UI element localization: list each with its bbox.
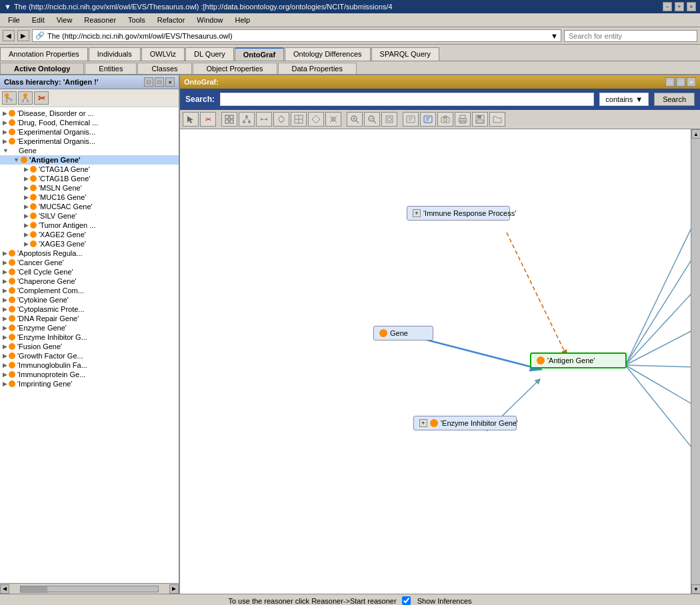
scroll-thumb[interactable] <box>21 586 47 593</box>
graph-tool-edit[interactable]: ✂ <box>200 112 216 127</box>
graph-tool-layout4[interactable] <box>291 112 307 127</box>
graph-tool-save[interactable] <box>472 112 488 127</box>
search-button[interactable]: Search <box>654 93 695 106</box>
graph-tool-camera[interactable] <box>437 112 453 127</box>
graph-scroll-track[interactable] <box>691 139 700 584</box>
node-gene[interactable]: Gene <box>373 326 433 340</box>
tree-item[interactable]: ▶'Cytoplasmic Prote... <box>0 304 179 314</box>
graph-tool-layout5[interactable] <box>308 112 324 127</box>
tab-classes[interactable]: Classes <box>137 63 191 74</box>
graph-canvas[interactable]: + 'Immune Response Process' Gene 'Antige… <box>180 129 700 594</box>
back-button[interactable]: ◀ <box>3 30 15 41</box>
tab-annotation-properties[interactable]: Annotation Properties <box>0 47 88 61</box>
scroll-right-btn[interactable]: ▶ <box>169 584 179 594</box>
menu-file[interactable]: File <box>3 15 25 25</box>
tree-item[interactable]: ▶'Drug, Food, Chemical ... <box>0 118 179 127</box>
graph-tool-prop2[interactable] <box>420 112 436 127</box>
tree-item[interactable]: ▼'Antigen Gene' <box>0 155 179 165</box>
address-dropdown-arrow[interactable]: ▼ <box>551 32 558 40</box>
graph-tool-print[interactable] <box>455 112 471 127</box>
tree-item[interactable]: ▶'Imprinting Gene' <box>0 379 179 388</box>
tree-item[interactable]: ▶'Cell Cycle Gene' <box>0 267 179 277</box>
address-bar[interactable]: 🔗 The (http://ncicb.nci.nih.gov/xml/owl/… <box>32 29 561 42</box>
scroll-left-btn[interactable]: ◀ <box>0 584 9 594</box>
tree-item[interactable]: ▶'Disease, Disorder or ... <box>0 109 179 118</box>
entity-search-input[interactable] <box>564 30 697 42</box>
tab-object-properties[interactable]: Object Properties <box>193 63 277 74</box>
forward-button[interactable]: ▶ <box>17 30 29 41</box>
tab-active-ontology[interactable]: Active Ontology <box>0 63 84 74</box>
tree-item[interactable]: ▶'Complement Com... <box>0 286 179 295</box>
tree-item[interactable]: ▶'Cytokine Gene' <box>0 295 179 304</box>
left-panel-ctrl-3[interactable]: × <box>165 77 175 87</box>
left-panel-ctrl-2[interactable]: □ <box>155 77 164 87</box>
graph-tool-layout1[interactable] <box>239 112 255 127</box>
show-inferences-checkbox[interactable] <box>402 596 411 605</box>
tab-dl-query[interactable]: DL Query <box>185 47 234 61</box>
graph-tool-folder[interactable] <box>489 112 505 127</box>
graph-tool-prop1[interactable] <box>403 112 419 127</box>
tab-sparql-query[interactable]: SPARQL Query <box>371 47 439 61</box>
tab-data-properties[interactable]: Data Properties <box>278 63 357 74</box>
tree-item[interactable]: ▶'Cancer Gene' <box>0 258 179 267</box>
expand-enzyme-icon[interactable]: + <box>419 419 427 427</box>
close-button[interactable]: × <box>687 2 696 11</box>
tree-item[interactable]: ▶'Enzyme Inhibitor G... <box>0 332 179 342</box>
scroll-track[interactable] <box>20 586 159 592</box>
menu-tools[interactable]: Tools <box>123 15 151 25</box>
tree-area[interactable]: ▶'Disease, Disorder or ...▶'Drug, Food, … <box>0 107 179 583</box>
tab-entities[interactable]: Entities <box>85 63 137 74</box>
tree-item[interactable]: ▶'SILV Gene' <box>0 211 179 221</box>
graph-tool-layout6[interactable] <box>325 112 341 127</box>
tree-item[interactable]: ▶'Experimental Organis... <box>0 137 179 146</box>
tree-item[interactable]: ▶'Immunoprotein Ge... <box>0 370 179 379</box>
tree-item[interactable]: ▶'Enzyme Gene' <box>0 323 179 332</box>
tree-item[interactable]: ▶'MSLN Gene' <box>0 183 179 193</box>
right-panel-ctrl-2[interactable]: □ <box>676 77 685 87</box>
node-enzyme-inhibitor[interactable]: + 'Enzyme Inhibitor Gene' <box>413 416 517 430</box>
tree-item[interactable]: ▼Gene <box>0 146 179 155</box>
tree-scrollbar-bottom[interactable]: ◀ ▶ <box>0 583 179 594</box>
tab-ontology-differences[interactable]: Ontology Differences <box>285 47 371 61</box>
node-immune-response[interactable]: + 'Immune Response Process' <box>407 206 510 221</box>
tree-item[interactable]: ▶'DNA Repair Gene' <box>0 314 179 323</box>
right-panel-ctrl-3[interactable]: × <box>687 77 696 87</box>
menu-refactor[interactable]: Refactor <box>152 15 191 25</box>
menu-help[interactable]: Help <box>229 15 255 25</box>
right-panel-ctrl-1[interactable]: □ <box>665 77 675 87</box>
minimize-button[interactable]: − <box>663 2 672 11</box>
hierarchy-tool-3[interactable]: ✂ <box>34 91 49 105</box>
tree-item[interactable]: ▶'Apoptosis Regula... <box>0 249 179 258</box>
tree-item[interactable]: ▶'MUC16 Gene' <box>0 193 179 202</box>
graph-tool-layout3[interactable] <box>273 112 289 127</box>
tree-item[interactable]: ▶'Tumor Antigen ... <box>0 221 179 230</box>
graph-scroll-up[interactable]: ▲ <box>691 129 700 139</box>
tree-item[interactable]: ▶'Fusion Gene' <box>0 342 179 351</box>
tab-owlviz[interactable]: OWLViz <box>141 47 185 61</box>
graph-tool-layout2[interactable] <box>256 112 272 127</box>
tab-individuals[interactable]: Individuals <box>89 47 141 61</box>
expand-immune-icon[interactable]: + <box>413 209 421 217</box>
menu-reasoner[interactable]: Reasoner <box>79 15 121 25</box>
graph-scroll-down[interactable]: ▼ <box>691 584 700 594</box>
search-type-dropdown[interactable]: contains ▼ <box>599 93 649 106</box>
tree-item[interactable]: ▶'MUC5AC Gene' <box>0 202 179 211</box>
graph-tool-pointer[interactable] <box>183 112 199 127</box>
left-panel-ctrl-1[interactable]: □ <box>144 77 153 87</box>
node-antigen-gene[interactable]: 'Antigen Gene' <box>530 352 627 368</box>
tree-item[interactable]: ▶'Immunoglobulin Fa... <box>0 360 179 370</box>
hierarchy-tool-1[interactable] <box>2 91 17 105</box>
tree-item[interactable]: ▶'Chaperone Gene' <box>0 277 179 286</box>
tree-item[interactable]: ▶'CTAG1A Gene' <box>0 165 179 174</box>
tree-item[interactable]: ▶'CTAG1B Gene' <box>0 174 179 183</box>
tree-item[interactable]: ▶'Experimental Organis... <box>0 127 179 137</box>
graph-tool-zoom-fit[interactable] <box>381 112 397 127</box>
menu-window[interactable]: Window <box>191 15 228 25</box>
graph-tool-grid[interactable] <box>221 112 237 127</box>
tree-item[interactable]: ▶'XAGE2 Gene' <box>0 230 179 239</box>
tree-item[interactable]: ▶'Growth Factor Ge... <box>0 351 179 360</box>
graph-tool-zoom-out[interactable] <box>364 112 380 127</box>
graph-search-input[interactable] <box>220 93 594 106</box>
menu-view[interactable]: View <box>51 15 78 25</box>
hierarchy-tool-2[interactable] <box>18 91 33 105</box>
